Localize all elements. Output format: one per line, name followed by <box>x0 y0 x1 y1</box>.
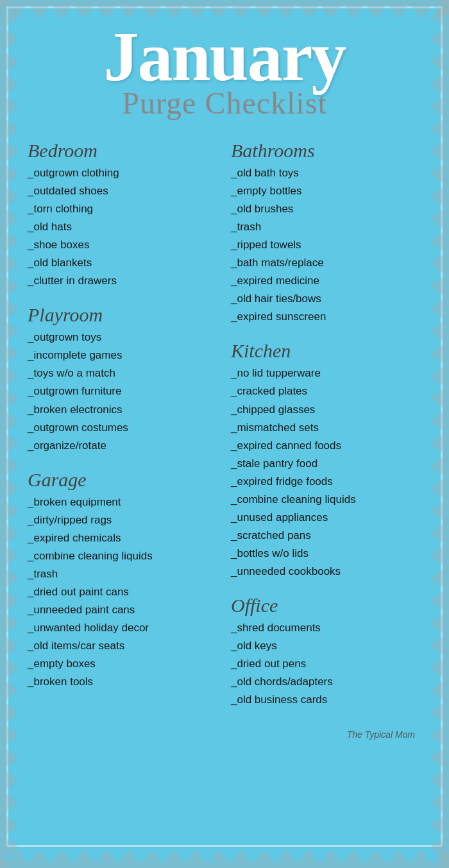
list-item: _outdated shoes <box>28 182 218 200</box>
list-item: _trash <box>231 218 421 236</box>
list-item: _dirty/ripped rags <box>28 511 218 529</box>
left-column: Bedroom _outgrown clothing_outdated shoe… <box>28 140 218 723</box>
list-item: _unneeded paint cans <box>28 601 218 619</box>
list-item: _empty bottles <box>231 182 421 200</box>
list-item: _shred documents <box>231 619 421 637</box>
list-item: _torn clothing <box>28 200 218 218</box>
list-item: _expired medicine <box>231 272 421 290</box>
list-item: _toys w/o a match <box>28 364 218 382</box>
kitchen-items: _no lid tupperware_cracked plates_chippe… <box>231 364 421 581</box>
list-item: _empty boxes <box>28 655 218 673</box>
list-item: _unused appliances <box>231 509 421 527</box>
list-item: _clutter in drawers <box>28 272 218 290</box>
header-title-purge: Purge Checklist <box>28 85 421 121</box>
page-container: January Purge Checklist Bedroom _outgrow… <box>0 0 449 868</box>
list-item: _old blankets <box>28 254 218 272</box>
bathrooms-items: _old bath toys_empty bottles_old brushes… <box>231 164 421 326</box>
list-item: _expired fridge foods <box>231 473 421 491</box>
list-item: _broken equipment <box>28 493 218 511</box>
list-item: _broken tools <box>28 673 218 691</box>
section-bathrooms: Bathrooms _old bath toys_empty bottles_o… <box>231 140 421 326</box>
section-playroom: Playroom _outgrown toys_incomplete games… <box>28 304 218 454</box>
garage-items: _broken equipment_dirty/ripped rags_expi… <box>28 493 218 692</box>
section-title-bathrooms: Bathrooms <box>231 140 421 162</box>
list-item: _old bath toys <box>231 164 421 182</box>
office-items: _shred documents_old keys_dried out pens… <box>231 619 421 709</box>
playroom-items: _outgrown toys_incomplete games_toys w/o… <box>28 328 218 454</box>
list-item: _cracked plates <box>231 382 421 400</box>
header-title-january: January <box>28 21 421 92</box>
list-item: _bath mats/replace <box>231 254 421 272</box>
watermark-text: The Typical Mom <box>28 729 421 740</box>
list-item: _unwanted holiday decor <box>28 619 218 637</box>
list-item: _outgrown costumes <box>28 419 218 437</box>
bedroom-items: _outgrown clothing_outdated shoes_torn c… <box>28 164 218 290</box>
list-item: _stale pantry food <box>231 455 421 473</box>
list-item: _outgrown furniture <box>28 382 218 400</box>
list-item: _outgrown clothing <box>28 164 218 182</box>
section-title-kitchen: Kitchen <box>231 340 421 362</box>
list-item: _old keys <box>231 637 421 655</box>
list-item: _unneeded cookbooks <box>231 563 421 581</box>
list-item: _old items/car seats <box>28 637 218 655</box>
list-item: _scratched pans <box>231 527 421 545</box>
section-title-bedroom: Bedroom <box>28 140 218 162</box>
section-bedroom: Bedroom _outgrown clothing_outdated shoe… <box>28 140 218 290</box>
list-item: _dried out pens <box>231 655 421 673</box>
list-item: _organize/rotate <box>28 437 218 455</box>
list-item: _dried out paint cans <box>28 583 218 601</box>
section-garage: Garage _broken equipment_dirty/ripped ra… <box>28 469 218 692</box>
list-item: _trash <box>28 565 218 583</box>
list-item: _bottles w/o lids <box>231 545 421 563</box>
list-item: _old brushes <box>231 200 421 218</box>
list-item: _incomplete games <box>28 346 218 364</box>
list-item: _expired sunscreen <box>231 308 421 326</box>
list-item: _expired canned foods <box>231 437 421 455</box>
list-item: _old business cards <box>231 691 421 709</box>
list-item: _old hats <box>28 218 218 236</box>
list-item: _shoe boxes <box>28 236 218 254</box>
section-office: Office _shred documents_old keys_dried o… <box>231 595 421 709</box>
page-header: January Purge Checklist <box>28 15 421 133</box>
list-item: _combine cleaning liquids <box>231 491 421 509</box>
list-item: _outgrown toys <box>28 328 218 346</box>
list-item: _old chords/adapters <box>231 673 421 691</box>
section-title-garage: Garage <box>28 469 218 491</box>
list-item: _broken electronics <box>28 401 218 419</box>
content-columns: Bedroom _outgrown clothing_outdated shoe… <box>28 140 421 723</box>
section-kitchen: Kitchen _no lid tupperware_cracked plate… <box>231 340 421 581</box>
section-title-playroom: Playroom <box>28 304 218 326</box>
list-item: _expired chemicals <box>28 529 218 547</box>
list-item: _combine cleaning liquids <box>28 547 218 565</box>
inner-border: January Purge Checklist Bedroom _outgrow… <box>6 6 443 847</box>
list-item: _ripped towels <box>231 236 421 254</box>
list-item: _no lid tupperware <box>231 364 421 382</box>
list-item: _mismatched sets <box>231 419 421 437</box>
right-column: Bathrooms _old bath toys_empty bottles_o… <box>231 140 421 723</box>
list-item: _chipped glasses <box>231 401 421 419</box>
list-item: _old hair ties/bows <box>231 290 421 308</box>
section-title-office: Office <box>231 595 421 617</box>
